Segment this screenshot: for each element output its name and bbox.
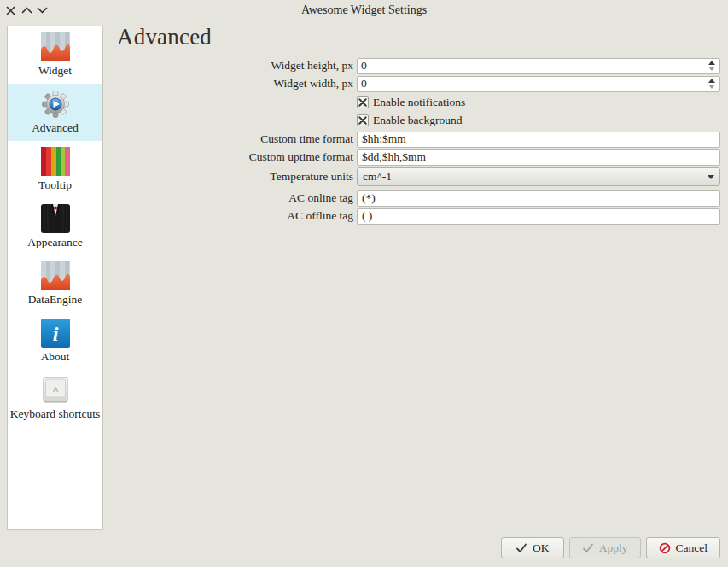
- page-title: Advanced: [117, 24, 212, 50]
- enable-background-label: Enable background: [373, 114, 463, 127]
- custom-uptime-format-input[interactable]: [357, 149, 720, 166]
- form-row: Custom uptime format: [124, 149, 720, 166]
- settings-form: Widget height, px Widget width, px: [124, 57, 720, 225]
- widget-width-label: Widget width, px: [124, 77, 357, 91]
- sidebar: Widget Advanced Tooltip: [7, 26, 103, 530]
- temperature-units-value: cm^-1: [363, 170, 708, 184]
- custom-uptime-format-label: Custom uptime format: [124, 150, 357, 164]
- sidebar-item-label: DataEngine: [8, 293, 102, 306]
- ac-offline-tag-input[interactable]: [357, 208, 720, 225]
- titlebar: Awesome Widget Settings: [0, 0, 728, 20]
- custom-time-format-label: Custom time format: [124, 132, 357, 146]
- chart-icon: [41, 261, 70, 290]
- widget-height-spinbox[interactable]: [357, 58, 720, 74]
- keycap-icon: A: [41, 376, 70, 405]
- gear-play-icon: [41, 90, 70, 119]
- sidebar-item-label: Tooltip: [8, 178, 102, 191]
- checkbox-checked-icon[interactable]: [357, 114, 369, 126]
- cancel-icon: [659, 542, 671, 554]
- tuxedo-icon: [41, 204, 70, 233]
- svg-text:i: i: [52, 323, 58, 345]
- temperature-units-dropdown[interactable]: cm^-1: [357, 167, 720, 186]
- sidebar-item-label: Appearance: [8, 236, 102, 248]
- spin-buttons[interactable]: [706, 79, 719, 89]
- widget-width-spinbox[interactable]: [357, 76, 720, 92]
- sidebar-item-dataengine[interactable]: DataEngine: [8, 255, 102, 313]
- sidebar-item-advanced[interactable]: Advanced: [8, 84, 102, 141]
- sidebar-item-appearance[interactable]: Appearance: [8, 198, 102, 255]
- chart-icon: [41, 32, 70, 61]
- color-stripes-icon: [41, 147, 70, 176]
- sidebar-item-widget[interactable]: Widget: [8, 26, 102, 84]
- apply-button[interactable]: Apply: [569, 537, 641, 558]
- form-row: Widget width, px: [124, 75, 720, 92]
- spin-down-icon[interactable]: [708, 67, 715, 71]
- spin-down-icon[interactable]: [708, 85, 715, 89]
- widget-height-label: Widget height, px: [124, 59, 357, 73]
- ok-button-label: OK: [533, 541, 550, 555]
- spin-up-icon[interactable]: [708, 79, 715, 83]
- form-row: Widget height, px: [124, 57, 720, 74]
- sidebar-item-about[interactable]: i About: [8, 313, 102, 370]
- sidebar-item-label: Advanced: [8, 121, 102, 134]
- form-row: Enable notifications: [124, 94, 720, 110]
- check-icon: [582, 543, 594, 553]
- sidebar-item-keyboard-shortcuts[interactable]: A Keyboard shortcuts: [8, 370, 102, 427]
- ok-button[interactable]: OK: [501, 537, 564, 558]
- form-row: AC online tag: [124, 190, 720, 207]
- dialog-button-bar: OK Apply Cancel: [501, 537, 720, 558]
- enable-background-checkbox[interactable]: Enable background: [357, 114, 720, 127]
- check-icon: [515, 543, 527, 553]
- form-row: Enable background: [124, 112, 720, 128]
- enable-notifications-label: Enable notifications: [373, 96, 465, 109]
- form-row: Temperature units cm^-1: [124, 167, 720, 186]
- ac-online-tag-label: AC online tag: [124, 191, 357, 205]
- ac-online-tag-input[interactable]: [357, 190, 720, 207]
- form-row: AC offline tag: [124, 208, 720, 225]
- apply-button-label: Apply: [599, 541, 628, 555]
- sidebar-item-label: Keyboard shortcuts: [8, 407, 102, 420]
- sidebar-item-label: Widget: [8, 64, 102, 77]
- spin-up-icon[interactable]: [708, 61, 715, 65]
- form-row: Custom time format: [124, 131, 720, 148]
- sidebar-item-label: About: [8, 350, 102, 363]
- svg-text:A: A: [53, 385, 58, 394]
- spin-buttons[interactable]: [706, 61, 719, 71]
- ac-offline-tag-label: AC offline tag: [124, 209, 357, 223]
- widget-height-input[interactable]: [358, 59, 706, 73]
- info-icon: i: [41, 319, 70, 348]
- enable-notifications-checkbox[interactable]: Enable notifications: [357, 96, 720, 109]
- custom-time-format-input[interactable]: [357, 132, 720, 148]
- checkbox-checked-icon[interactable]: [357, 96, 369, 108]
- temperature-units-label: Temperature units: [124, 170, 357, 184]
- sidebar-item-tooltip[interactable]: Tooltip: [8, 141, 102, 198]
- cancel-button[interactable]: Cancel: [646, 537, 720, 558]
- window-title: Awesome Widget Settings: [0, 3, 728, 17]
- cancel-button-label: Cancel: [676, 541, 708, 555]
- widget-width-input[interactable]: [358, 77, 706, 91]
- dropdown-arrow-icon: [708, 175, 714, 179]
